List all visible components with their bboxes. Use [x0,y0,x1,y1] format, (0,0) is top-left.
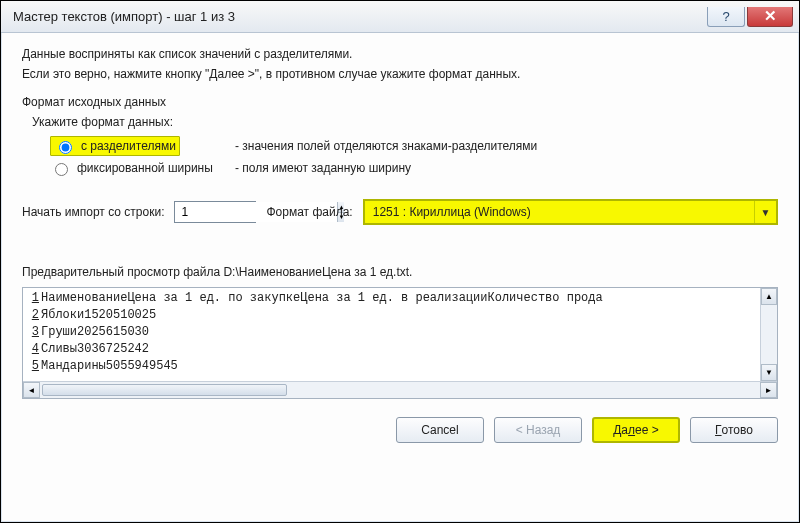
radio-fixed-desc: - поля имеют заданную ширину [235,161,411,175]
preview-row: 2Яблоки1520510025 [23,307,777,324]
radio-delimited-label: с разделителями [81,139,176,153]
radio-fixed-label: фиксированной ширины [77,161,213,175]
vertical-scrollbar[interactable]: ▲ ▼ [760,288,777,381]
radio-row-fixed: фиксированной ширины - поля имеют заданн… [50,157,778,179]
window-title: Мастер текстов (импорт) - шаг 1 из 3 [13,9,707,24]
radio-delimited[interactable]: с разделителями [50,136,180,156]
back-button: < Назад [494,417,582,443]
dialog-body: Данные восприняты как список значений с … [1,33,799,522]
hscroll-track[interactable] [40,382,760,398]
start-row-label: Начать импорт со строки: [22,205,164,219]
preview-row: 4Сливы3036725242 [23,341,777,358]
help-button[interactable]: ? [707,7,745,27]
file-format-value: 1251 : Кириллица (Windows) [373,205,754,219]
radio-fixed-input[interactable] [55,163,68,176]
preview-row: 1НаименованиеЦена за 1 ед. по закупкеЦен… [23,290,777,307]
preview-row: 3Груши2025615030 [23,324,777,341]
scroll-right-icon[interactable]: ► [760,382,777,398]
scroll-down-icon[interactable]: ▼ [761,364,777,381]
dialog-buttons: Cancel < Назад Далее > Готово [22,417,778,443]
file-format-wrap: Формат файла: 1251 : Кириллица (Windows)… [266,199,778,225]
file-format-label: Формат файла: [266,205,352,219]
preview-label: Предварительный просмотр файла D:\Наимен… [22,265,778,279]
close-button[interactable]: ✕ [747,7,793,27]
hscroll-thumb[interactable] [42,384,287,396]
finish-button[interactable]: Готово [690,417,778,443]
start-row-spinner[interactable]: ▲ ▼ [174,201,256,223]
chevron-down-icon[interactable]: ▼ [754,201,776,223]
vscroll-track[interactable] [761,305,777,364]
scroll-up-icon[interactable]: ▲ [761,288,777,305]
titlebar-buttons: ? ✕ [707,7,793,27]
file-format-select[interactable]: 1251 : Кириллица (Windows) ▼ [363,199,778,225]
group-title: Формат исходных данных [22,95,778,109]
source-format-group: Формат исходных данных Укажите формат да… [22,95,778,179]
scroll-left-icon[interactable]: ◄ [23,382,40,398]
radio-fixed[interactable]: фиксированной ширины [50,160,213,176]
cancel-button[interactable]: Cancel [396,417,484,443]
preview-box: 1НаименованиеЦена за 1 ед. по закупкеЦен… [22,287,778,399]
radio-delimited-input[interactable] [59,141,72,154]
preview-row: 5Мандарины5055949545 [23,358,777,375]
next-button[interactable]: Далее > [592,417,680,443]
radio-delimited-desc: - значения полей отделяются знаками-разд… [235,139,537,153]
preview-rows: 1НаименованиеЦена за 1 ед. по закупкеЦен… [23,288,777,381]
intro-line-2: Если это верно, нажмите кнопку "Далее >"… [22,67,778,81]
horizontal-scrollbar[interactable]: ◄ ► [23,381,777,398]
intro-line-1: Данные восприняты как список значений с … [22,47,778,61]
radio-row-delimited: с разделителями - значения полей отделяю… [50,135,778,157]
titlebar: Мастер текстов (импорт) - шаг 1 из 3 ? ✕ [1,1,799,33]
row-start-format: Начать импорт со строки: ▲ ▼ Формат файл… [22,199,778,225]
sub-title: Укажите формат данных: [32,115,778,129]
